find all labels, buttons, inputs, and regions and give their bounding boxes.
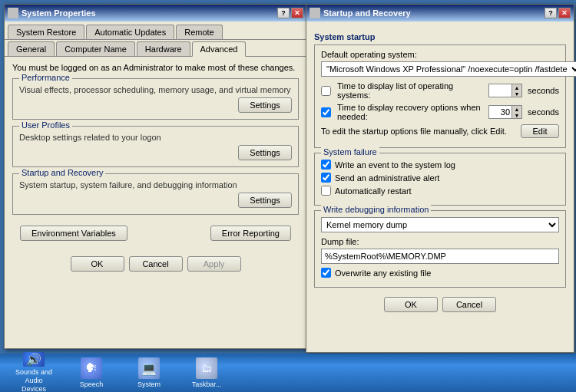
startup-action-buttons: OK Cancel [314, 292, 566, 317]
taskbar-item-taskbar[interactable]: 🗂 Taskbar... [180, 356, 233, 390]
startup-close-button[interactable]: ✕ [558, 8, 571, 18]
time-display-recovery-spinner: ▲ ▼ [488, 105, 522, 119]
performance-description: Visual effects, processor scheduling, me… [19, 85, 292, 94]
system-startup-title: System startup [314, 32, 566, 41]
time-display-recovery-checkbox[interactable] [321, 107, 331, 117]
default-os-row: "Microsoft Windows XP Professional" /noe… [321, 61, 559, 77]
system-label: System [137, 380, 161, 388]
time-recovery-up-arrow[interactable]: ▲ [512, 106, 521, 112]
default-os-label: Default operating system: [321, 50, 559, 59]
send-admin-row: Send an administrative alert [321, 173, 559, 183]
write-debugging-section: Write debugging information Kernel memor… [314, 210, 566, 288]
startup-title-text: Startup and Recovery [310, 8, 411, 18]
system-failure-section: System failure Write an event to the sys… [314, 153, 566, 206]
time-display-recovery-label: Time to display recovery options when ne… [337, 103, 485, 121]
tab-hardware[interactable]: Hardware [137, 41, 190, 56]
write-event-checkbox[interactable] [321, 160, 331, 170]
system-dialog-content: You must be logged on as an Administrato… [5, 57, 306, 252]
system-ok-button[interactable]: OK [71, 256, 124, 272]
time-display-os-input[interactable] [488, 84, 511, 97]
startup-ok-button[interactable]: OK [384, 297, 438, 312]
user-profiles-legend: User Profiles [19, 120, 72, 130]
overwrite-label: Overwrite any existing file [335, 268, 431, 278]
system-icon: 💻 [138, 357, 160, 379]
system-title-text: System Properties [8, 8, 96, 18]
startup-recovery-description: System startup, system failure, and debu… [19, 180, 292, 189]
tab-advanced[interactable]: Advanced [192, 41, 247, 57]
tab-remote[interactable]: Remote [176, 25, 223, 39]
taskbar-icon-img: 🗂 [196, 357, 217, 379]
performance-settings-button[interactable]: Settings [238, 97, 292, 113]
tab-system-restore[interactable]: System Restore [8, 25, 84, 39]
startup-help-button[interactable]: ? [545, 8, 557, 18]
system-close-button[interactable]: ✕ [291, 8, 303, 18]
overwrite-checkbox[interactable] [321, 268, 331, 278]
dump-file-label: Dump file: [321, 237, 559, 246]
auto-restart-label: Automatically restart [335, 186, 412, 196]
time-display-os-label: Time to display list of operating system… [337, 81, 485, 100]
dump-type-select[interactable]: Kernel memory dump [321, 217, 559, 232]
startup-cancel-button[interactable]: Cancel [442, 297, 496, 312]
time-recovery-down-arrow[interactable]: ▼ [512, 112, 521, 118]
taskbar-item-speech[interactable]: 🗣 Speech [65, 356, 118, 390]
dump-file-input[interactable] [321, 249, 559, 264]
performance-group: Performance Visual effects, processor sc… [12, 78, 299, 120]
startup-recovery-group: Startup and Recovery System startup, sys… [12, 173, 299, 215]
write-event-label: Write an event to the system log [335, 160, 455, 170]
system-action-buttons: OK Cancel Apply [5, 252, 306, 276]
sounds-label: Sounds and AudioDevices [7, 368, 61, 392]
speech-icon: 🗣 [81, 357, 102, 379]
startup-title-buttons: ? ✕ [545, 8, 571, 18]
sounds-icon: 🔊 [23, 352, 45, 367]
system-apply-button[interactable]: Apply [187, 256, 241, 272]
edit-startup-row: To edit the startup options file manuall… [321, 124, 559, 138]
system-title-icon [8, 8, 18, 18]
time-os-down-arrow[interactable]: ▼ [512, 91, 521, 97]
time-display-os-spinner: ▲ ▼ [488, 84, 522, 97]
taskbar: 🔊 Sounds and AudioDevices 🗣 Speech 💻 Sys… [0, 354, 576, 392]
system-title-buttons: ? ✕ [277, 8, 303, 18]
taskbar-label: Taskbar... [192, 380, 222, 388]
time-os-seconds: seconds [528, 86, 559, 95]
system-title-label: System Properties [22, 8, 96, 18]
system-failure-legend: System failure [321, 147, 379, 156]
env-variables-button[interactable]: Environment Variables [20, 226, 127, 241]
auto-restart-row: Automatically restart [321, 186, 559, 196]
time-os-up-arrow[interactable]: ▲ [512, 84, 521, 91]
tab-general[interactable]: General [8, 41, 55, 56]
time-display-recovery-input[interactable] [488, 105, 511, 119]
user-profiles-settings-button[interactable]: Settings [238, 145, 292, 160]
time-display-os-checkbox[interactable] [321, 86, 331, 96]
send-admin-label: Send an administrative alert [335, 173, 439, 183]
system-properties-dialog: System Properties ? ✕ System Restore Aut… [4, 4, 307, 349]
system-bottom-row: Environment Variables Error Reporting [12, 221, 299, 245]
tab-automatic-updates[interactable]: Automatic Updates [86, 25, 174, 39]
write-event-row: Write an event to the system log [321, 160, 559, 170]
performance-legend: Performance [19, 73, 72, 82]
speech-label: Speech [80, 380, 104, 388]
write-debugging-legend: Write debugging information [321, 205, 431, 214]
startup-title-bar: Startup and Recovery ? ✕ [306, 5, 574, 21]
admin-notice: You must be logged on as an Administrato… [12, 63, 299, 72]
taskbar-item-sounds[interactable]: 🔊 Sounds and AudioDevices [7, 356, 61, 390]
startup-recovery-settings-button[interactable]: Settings [238, 193, 292, 208]
edit-startup-button[interactable]: Edit [521, 124, 559, 138]
system-tab-bar: System Restore Automatic Updates Remote [5, 21, 306, 40]
time-display-recovery-row: Time to display recovery options when ne… [321, 103, 559, 121]
error-reporting-button[interactable]: Error Reporting [210, 226, 291, 241]
send-admin-checkbox[interactable] [321, 173, 331, 183]
auto-restart-checkbox[interactable] [321, 186, 331, 196]
user-profiles-description: Desktop settings related to your logon [19, 133, 292, 142]
system-title-bar: System Properties ? ✕ [5, 5, 306, 21]
startup-recovery-dialog: Startup and Recovery ? ✕ System startup … [306, 4, 574, 353]
system-tab-bar-2: General Computer Name Hardware Advanced [5, 40, 306, 57]
tab-computer-name[interactable]: Computer Name [56, 41, 135, 56]
time-display-os-row: Time to display list of operating system… [321, 81, 559, 100]
system-cancel-button[interactable]: Cancel [129, 256, 183, 272]
edit-startup-label: To edit the startup options file manuall… [321, 127, 521, 136]
overwrite-row: Overwrite any existing file [321, 268, 559, 278]
taskbar-item-system[interactable]: 💻 System [122, 356, 176, 390]
default-os-select[interactable]: "Microsoft Windows XP Professional" /noe… [321, 61, 576, 77]
system-help-button[interactable]: ? [277, 8, 290, 18]
startup-title-label: Startup and Recovery [323, 8, 411, 18]
